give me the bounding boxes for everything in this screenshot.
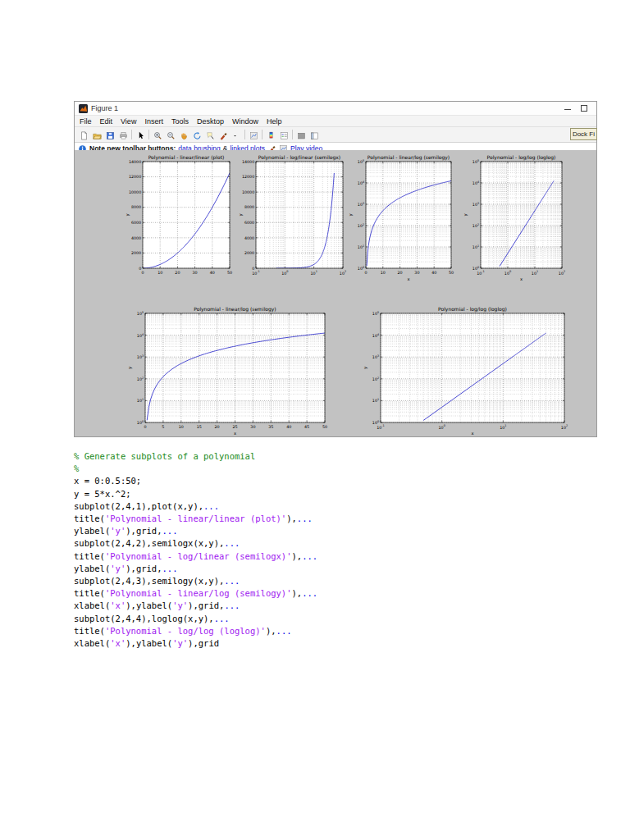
zoom-out-button[interactable] [164,129,177,141]
svg-text:101: 101 [472,244,479,249]
code-line: x = 0:0.5:50; [74,475,317,487]
svg-text:25: 25 [232,425,237,429]
svg-text:103: 103 [358,202,364,207]
save-button[interactable] [103,129,116,141]
subplot-4: 10-1100101102100101102103104105Polynomia… [463,154,565,281]
svg-text:101: 101 [358,244,364,249]
menu-item-file[interactable]: File [80,117,92,126]
svg-text:12000: 12000 [129,175,141,179]
code-line: ylabel('y'),grid,... [74,563,317,575]
svg-text:101: 101 [137,398,144,403]
datatip-button[interactable] [203,129,217,141]
subplot-title: Polynomial - linear/log (semilogy) [368,154,450,161]
print-button[interactable] [116,129,130,141]
menu-item-edit[interactable]: Edit [100,117,113,126]
zoom-in-button[interactable] [151,129,164,141]
svg-text:0: 0 [364,271,367,275]
svg-text:102: 102 [340,270,346,275]
menu-item-desktop[interactable]: Desktop [197,117,224,126]
svg-text:10-1: 10-1 [477,270,485,275]
open-folder-button[interactable] [90,129,103,141]
code-line: y = 5*x.^2; [74,488,317,500]
zoom-in-icon [153,130,162,139]
svg-text:101: 101 [311,270,317,275]
svg-text:101: 101 [500,424,506,429]
rotate-3d-button[interactable] [190,129,203,141]
cursor-button[interactable] [134,129,147,141]
svg-text:10-1: 10-1 [252,270,260,275]
svg-text:20: 20 [175,271,180,275]
code-line: xlabel('x'),ylabel('y'),grid [74,637,317,650]
svg-text:105: 105 [358,159,364,164]
legend-button[interactable] [277,129,290,141]
svg-text:100: 100 [472,266,479,271]
svg-text:10: 10 [158,271,162,275]
figure-window: Figure 1 FileEditViewInsertToolsDesktopW… [74,101,597,437]
dropdown-arrow-button[interactable] [230,129,243,141]
show-plot-tools-button[interactable] [308,129,321,141]
svg-text:14000: 14000 [242,160,254,164]
menu-item-tools[interactable]: Tools [171,117,189,126]
code-line: title('Polynomial - log/log (loglog)'),.… [74,625,317,637]
svg-text:2000: 2000 [244,251,254,255]
svg-text:103: 103 [137,354,144,359]
svg-text:0: 0 [144,425,146,429]
y-axis-label: y [238,213,244,216]
subplot-1: 0102030405002000400060008000100001200014… [125,154,232,275]
menu-item-view[interactable]: View [121,117,136,126]
x-axis-label: x [234,431,236,436]
svg-text:101: 101 [372,398,379,403]
x-axis-label: x [520,276,523,281]
subplot-2: 10-1100101102020004000600080001000012000… [238,154,346,276]
hide-plot-tools-button[interactable] [294,129,308,141]
minimize-button[interactable] [564,105,571,112]
brush-icon [219,130,228,139]
svg-text:6000: 6000 [244,221,254,225]
svg-text:10: 10 [381,271,386,275]
y-axis-label: y [127,367,133,369]
colorbar-icon [267,130,276,139]
code-line: subplot(2,4,2),semilogx(x,y),... [74,537,317,550]
svg-text:5: 5 [162,425,164,429]
svg-text:0: 0 [139,267,141,271]
save-icon [106,130,115,139]
x-axis-label: x [407,276,409,281]
svg-text:100: 100 [358,266,364,271]
svg-text:100: 100 [281,270,288,275]
new-document-button[interactable] [77,129,90,141]
code-line: title('Polynomial - linear/linear (plot)… [74,513,317,525]
dock-figure-button[interactable]: Dock Fi [570,128,597,140]
svg-text:102: 102 [137,377,144,381]
menu-item-help[interactable]: Help [267,117,282,126]
colorbar-button[interactable] [264,129,277,141]
subplot-3: 01020304050100101102103104105Polynomial … [348,154,454,281]
svg-text:100: 100 [504,270,511,275]
dropdown-arrow-icon [232,130,241,139]
svg-text:101: 101 [532,270,538,275]
menu-item-insert[interactable]: Insert [144,117,163,126]
menu-item-window[interactable]: Window [232,117,258,126]
svg-text:30: 30 [414,271,419,275]
svg-text:103: 103 [372,354,379,359]
subplot-title: Polynomial - linear/log (semilogy) [194,306,276,313]
svg-text:14000: 14000 [129,160,141,164]
brush-button[interactable] [217,129,230,141]
svg-text:8000: 8000 [131,205,141,209]
svg-text:20: 20 [215,425,220,429]
svg-text:40: 40 [210,271,215,275]
pan-button[interactable] [177,129,190,141]
subplot-5: 05101520253035404550100101102103104105Po… [127,306,327,436]
svg-text:40: 40 [431,271,436,275]
code-line: subplot(2,4,1),plot(x,y),... [74,500,317,513]
linked-plots-button[interactable] [247,129,260,141]
svg-text:104: 104 [358,180,364,185]
svg-text:102: 102 [358,223,364,228]
svg-text:100: 100 [137,420,144,425]
svg-text:10000: 10000 [129,190,141,194]
svg-text:104: 104 [472,180,479,185]
menu-bar: FileEditViewInsertToolsDesktopWindowHelp [75,116,596,126]
code-line: ylabel('y'),grid,... [74,525,317,537]
svg-text:0: 0 [252,267,254,271]
toolbar-separator [244,130,245,139]
restore-button[interactable] [581,105,587,112]
